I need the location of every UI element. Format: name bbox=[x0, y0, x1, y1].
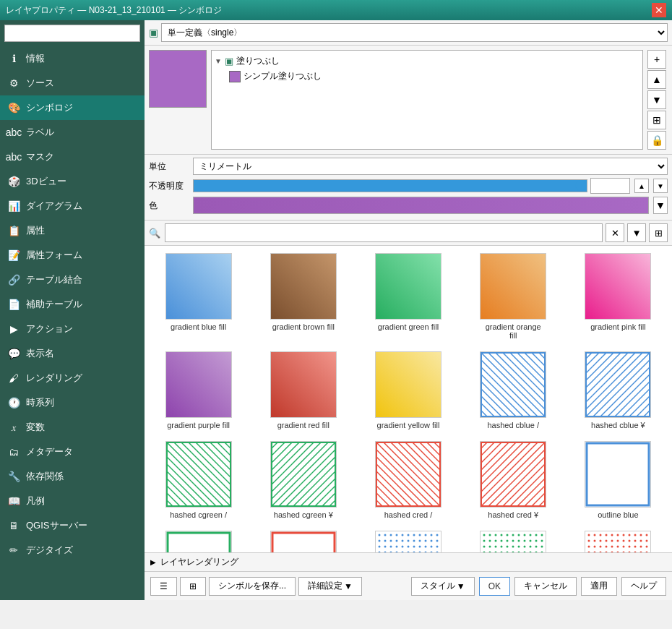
sidebar-item-mask[interactable]: abcマスク bbox=[0, 145, 145, 169]
symbol-item-gradient_purple[interactable]: gradient purple fill bbox=[149, 348, 248, 432]
section-arrow: ▶ bbox=[150, 558, 156, 566]
sidebar-icon-diagram: 📊 bbox=[6, 198, 22, 214]
symbol-item-row4_4[interactable]: dotted green bbox=[464, 528, 563, 552]
symbol-type-select[interactable]: 単一定義〈single〉 bbox=[161, 23, 668, 42]
sidebar-item-metadata[interactable]: 🗂メタデータ bbox=[0, 440, 145, 464]
sidebar-item-joins[interactable]: 🔗テーブル結合 bbox=[0, 268, 145, 292]
symbol-item-row4_3[interactable]: dotted blue bbox=[358, 528, 457, 552]
move-down-button[interactable]: ▼ bbox=[647, 90, 666, 109]
symbol-item-outline_blue[interactable]: outline blue bbox=[569, 438, 668, 522]
symbol-item-gradient_red[interactable]: gradient red fill bbox=[254, 348, 353, 432]
clear-search-btn[interactable]: ✕ bbox=[606, 223, 624, 242]
symbol-item-hashed_cblue_back[interactable]: hashed cblue ¥ bbox=[569, 348, 668, 432]
symbol-thumbnail-hashed_cblue_back bbox=[585, 351, 651, 418]
symbol-name-gradient_brown: gradient brown fill bbox=[272, 322, 335, 331]
unit-label: 単位 bbox=[149, 161, 189, 173]
color-picker-bar[interactable] bbox=[193, 197, 649, 214]
sidebar-item-variables[interactable]: 𝑥変数 bbox=[0, 415, 145, 440]
sidebar-icon-info: ℹ bbox=[6, 51, 22, 67]
sidebar-item-digitize[interactable]: ✏デジタイズ bbox=[0, 538, 145, 562]
help-btn[interactable]: ヘルプ bbox=[621, 577, 666, 596]
symbol-name-hashed_cred_slash: hashed cred / bbox=[384, 510, 433, 519]
sidebar-item-aux[interactable]: 📄補助テーブル bbox=[0, 292, 145, 317]
symbol-grid-container: gradient blue fillgradient brown fillgra… bbox=[145, 246, 672, 552]
symbol-item-row4_1[interactable]: outline green bbox=[149, 528, 248, 552]
symbol-name-hashed_cblue_back: hashed cblue ¥ bbox=[591, 421, 645, 429]
view-options-btn[interactable]: ⊞ bbox=[649, 223, 668, 242]
sidebar-icon-labels: abc bbox=[6, 124, 22, 140]
sidebar-item-actions[interactable]: ▶アクション bbox=[0, 317, 145, 341]
sidebar-item-labels[interactable]: abcラベル bbox=[0, 120, 145, 145]
tree-simple-fill-label: シンプル塗りつぶし bbox=[244, 70, 322, 82]
symbol-search-input[interactable]: Colorful bbox=[165, 223, 603, 242]
symbol-item-gradient_brown[interactable]: gradient brown fill bbox=[254, 250, 353, 343]
layer-rendering-section: ▶ レイヤレンダリング bbox=[145, 552, 672, 571]
sidebar-item-deps[interactable]: 🔧依存関係 bbox=[0, 464, 145, 489]
sidebar-item-rendering[interactable]: 🖌レンダリング bbox=[0, 366, 145, 390]
symbol-item-hashed_cred_slash[interactable]: hashed cred / bbox=[358, 438, 457, 522]
save-symbol-btn[interactable]: シンボルを保存... bbox=[209, 577, 296, 596]
opacity-up-btn[interactable]: ▲ bbox=[634, 179, 649, 193]
sidebar-icon-3dview: 🎲 bbox=[6, 174, 22, 189]
sidebar-search-container bbox=[0, 20, 145, 46]
advanced-btn[interactable]: 詳細設定 ▼ bbox=[298, 577, 362, 596]
symbol-item-hashed_cred_back[interactable]: hashed cred ¥ bbox=[464, 438, 563, 522]
tree-buttons: + ▲ ▼ ⊞ 🔒 bbox=[647, 50, 668, 150]
unit-select[interactable]: ミリメートル bbox=[193, 158, 668, 175]
style-btn[interactable]: スタイル ▼ bbox=[411, 577, 475, 596]
sidebar-item-displayname[interactable]: 💬表示名 bbox=[0, 341, 145, 366]
sidebar-item-attributes[interactable]: 📋属性 bbox=[0, 218, 145, 243]
sidebar-label-actions: アクション bbox=[26, 322, 73, 335]
sidebar-item-symbology[interactable]: 🎨シンボロジ bbox=[0, 95, 145, 120]
detail-view-btn[interactable]: ⊞ bbox=[180, 577, 206, 596]
filter-dropdown-btn[interactable]: ▼ bbox=[627, 223, 646, 242]
opacity-down-btn[interactable]: ▼ bbox=[653, 179, 668, 193]
symbol-item-hashed_cgreen_slash[interactable]: hashed cgreen / bbox=[149, 438, 248, 522]
symbol-item-gradient_pink[interactable]: gradient pink fill bbox=[569, 250, 668, 343]
symbol-item-gradient_yellow[interactable]: gradient yellow fill bbox=[358, 348, 457, 432]
tree-item-simple-fill[interactable]: シンプル塗りつぶし bbox=[215, 69, 639, 84]
close-button[interactable]: ✕ bbox=[652, 3, 666, 17]
symbol-item-row4_2[interactable]: outline red bbox=[254, 528, 353, 552]
sidebar-label-attrform: 属性フォーム bbox=[26, 249, 82, 262]
apply-btn[interactable]: 適用 bbox=[581, 577, 617, 596]
symbol-item-gradient_blue[interactable]: gradient blue fill bbox=[149, 250, 248, 343]
cancel-btn[interactable]: キャンセル bbox=[514, 577, 577, 596]
sidebar-icon-legend: 📖 bbox=[6, 493, 22, 509]
tree-item-fill[interactable]: ▼ ▣ 塗りつぶし bbox=[215, 54, 639, 69]
sidebar-item-source[interactable]: ⚙ソース bbox=[0, 71, 145, 95]
symbol-item-hashed_cgreen_back[interactable]: hashed cgreen ¥ bbox=[254, 438, 353, 522]
sidebar-item-qgisserver[interactable]: 🖥QGISサーバー bbox=[0, 513, 145, 538]
symbol-name-gradient_orange: gradient orange fill bbox=[481, 322, 546, 340]
symbol-item-gradient_green[interactable]: gradient green fill bbox=[358, 250, 457, 343]
sidebar-icon-displayname: 💬 bbox=[6, 346, 22, 361]
move-up-button[interactable]: ▲ bbox=[647, 70, 666, 89]
add-layer-button[interactable]: + bbox=[647, 50, 666, 69]
symbol-item-gradient_orange[interactable]: gradient orange fill bbox=[464, 250, 563, 343]
symbol-item-row4_5[interactable]: dotted red bbox=[569, 528, 668, 552]
sidebar-icon-attributes: 📋 bbox=[6, 223, 22, 239]
sidebar-item-legend[interactable]: 📖凡例 bbox=[0, 489, 145, 513]
symbol-thumbnail-row4_1 bbox=[165, 531, 232, 552]
list-view-btn[interactable]: ☰ bbox=[150, 577, 177, 596]
opacity-slider[interactable] bbox=[193, 179, 587, 192]
sidebar-label-joins: テーブル結合 bbox=[26, 273, 82, 286]
opacity-value[interactable]: 100.0 % bbox=[590, 178, 630, 194]
symbol-thumbnail-hashed_cgreen_back bbox=[270, 441, 337, 508]
ok-btn[interactable]: OK bbox=[479, 577, 510, 596]
color-dropdown-btn[interactable]: ▼ bbox=[653, 197, 668, 214]
sidebar-search-input[interactable] bbox=[4, 25, 140, 42]
titlebar-title: レイヤプロパティ — N03-21_13_210101 — シンボロジ bbox=[6, 4, 222, 17]
copy-layer-button[interactable]: ⊞ bbox=[647, 111, 666, 129]
sidebar-item-time[interactable]: 🕐時系列 bbox=[0, 390, 145, 415]
sidebar-item-info[interactable]: ℹ情報 bbox=[0, 46, 145, 71]
sidebar-label-aux: 補助テーブル bbox=[26, 298, 82, 311]
symbol-search-section: 🔍 Colorful ✕ ▼ ⊞ bbox=[145, 221, 672, 246]
sidebar-icon-mask: abc bbox=[6, 149, 22, 165]
sidebar-item-attrform[interactable]: 📝属性フォーム bbox=[0, 243, 145, 268]
sidebar-item-diagram[interactable]: 📊ダイアグラム bbox=[0, 194, 145, 218]
sidebar-icon-digitize: ✏ bbox=[6, 542, 22, 558]
sidebar-item-3dview[interactable]: 🎲3Dビュー bbox=[0, 169, 145, 194]
symbol-item-hashed_cblue_slash[interactable]: hashed cblue / bbox=[464, 348, 563, 432]
lock-layer-button[interactable]: 🔒 bbox=[647, 131, 666, 150]
